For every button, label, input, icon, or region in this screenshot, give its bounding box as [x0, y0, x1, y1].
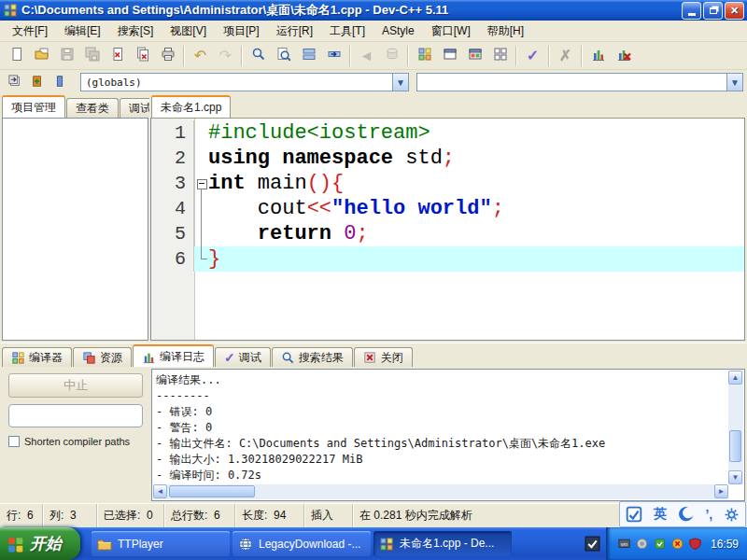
taskbar: 开始 TTPlayerLegacyDownload -...未命名1.cpp -… [0, 527, 747, 560]
print-button[interactable] [155, 44, 180, 68]
vm-icon[interactable]: vm [618, 538, 631, 551]
nav-forward-button [379, 44, 404, 68]
start-button[interactable]: 开始 [0, 527, 80, 560]
shield-icon[interactable] [689, 538, 702, 551]
devcpp-icon [379, 537, 394, 552]
vertical-scroll-thumb[interactable] [729, 430, 741, 462]
close-all-button[interactable] [130, 44, 155, 68]
bottom-panel-tabs: 编译器资源编译日志✓调试搜索结果关闭 [0, 343, 747, 367]
chevron-down-icon[interactable]: ▼ [726, 74, 742, 91]
green-tool-icon[interactable] [654, 538, 667, 551]
find-button[interactable] [246, 44, 271, 68]
editor-tab[interactable]: 未命名1.cpp [151, 95, 231, 118]
toolbar-separator [183, 46, 185, 66]
status-segment: 已选择: 0 [97, 504, 164, 527]
scroll-right-icon[interactable]: ► [714, 484, 728, 498]
shorten-paths-checkbox[interactable] [8, 436, 20, 447]
alert-icon[interactable] [671, 538, 684, 551]
menu-item[interactable]: 帮助[H] [479, 21, 532, 42]
log-horizontal-scrollbar[interactable]: ◄ ► [153, 484, 728, 499]
gear-icon[interactable] [724, 507, 740, 523]
moon-icon[interactable] [678, 506, 695, 523]
line-number: 5 [151, 221, 194, 246]
toggle-bookmark-button[interactable] [26, 72, 49, 92]
profile-button[interactable] [585, 44, 611, 68]
left-panel-tab[interactable]: 查看类 [66, 98, 119, 118]
menu-item[interactable]: 文件[F] [4, 21, 56, 42]
bottom-panel-tab[interactable]: 编译日志 [133, 344, 214, 367]
ime-taskbar-button[interactable] [579, 536, 606, 552]
title-bar[interactable]: C:\Documents and Settings\Administrator\… [0, 0, 747, 21]
code-line[interactable]: 5 return 0; [151, 221, 744, 246]
code-text: return 0; [208, 221, 744, 246]
menu-item[interactable]: 编辑[E] [56, 21, 109, 42]
members-combo[interactable]: ▼ [416, 73, 743, 91]
app-icon [3, 3, 18, 18]
undo-button[interactable]: ↶ [188, 44, 213, 68]
status-segment: 插入 [304, 504, 353, 527]
insert-button[interactable] [4, 72, 26, 92]
log-vertical-scrollbar[interactable]: ▲ ▼ [728, 371, 743, 484]
editor-tab-label: 未命名1.cpp [161, 100, 221, 116]
bottom-panel-tab[interactable]: 编译器 [2, 347, 72, 367]
scroll-up-icon[interactable]: ▲ [728, 371, 742, 385]
code-line[interactable]: 1#include<iostream> [151, 120, 744, 146]
new-file-button[interactable] [4, 44, 29, 68]
ime-check-icon[interactable] [585, 536, 600, 552]
menu-item[interactable]: 工具[T] [321, 21, 374, 42]
horizontal-scroll-thumb[interactable] [169, 485, 255, 497]
taskbar-task[interactable]: LegacyDownload -... [233, 531, 371, 556]
left-panel-tab[interactable]: 项目管理 [2, 95, 65, 118]
code-line[interactable]: 4 cout<<"hello world"; [151, 196, 744, 221]
bottom-panel-tab[interactable]: 资源 [73, 347, 132, 367]
minimize-button[interactable] [682, 2, 701, 20]
menu-item[interactable]: 视图[V] [162, 21, 215, 42]
menu-item[interactable]: AStyle [374, 21, 423, 40]
compile-run-button[interactable] [462, 44, 487, 68]
chevron-down-icon[interactable]: ▼ [392, 74, 408, 91]
code-editor[interactable]: 1#include<iostream>2using namespace std;… [150, 118, 745, 341]
lang-mode-indicator[interactable]: 英 [654, 506, 667, 523]
replace-button[interactable] [296, 44, 321, 68]
punct-icon[interactable]: ’, [705, 507, 712, 522]
code-line[interactable]: 3int main(){ [151, 171, 744, 196]
restore-button[interactable] [703, 2, 723, 20]
fold-marker-icon[interactable] [194, 171, 208, 196]
abort-button[interactable]: 中止 [8, 373, 143, 398]
print-icon [161, 47, 176, 64]
menu-item[interactable]: 项目[P] [215, 21, 268, 42]
menu-item[interactable]: 窗口[W] [423, 21, 479, 42]
delete-profile-button[interactable] [611, 44, 636, 68]
menu-item[interactable]: 搜索[S] [109, 21, 162, 42]
close-button[interactable]: ✕ [725, 2, 744, 20]
close-file-button[interactable] [105, 44, 130, 68]
log-line: - 输出大小: 1.30218029022217 MiB [156, 452, 726, 468]
run-button[interactable] [437, 44, 462, 68]
project-manager-panel[interactable] [2, 118, 148, 341]
ime-logo-icon[interactable] [626, 506, 642, 523]
compile-log-output[interactable]: 编译结果...--------- 错误: 0- 警告: 0- 输出文件名: C:… [151, 369, 745, 501]
bottom-panel-tab[interactable]: 关闭 [354, 347, 413, 367]
bottom-panel-tab[interactable]: 搜索结果 [272, 347, 353, 367]
rebuild-button[interactable] [487, 44, 513, 68]
scroll-left-icon[interactable]: ◄ [153, 484, 167, 498]
fold-column [194, 146, 208, 171]
taskbar-task[interactable]: TTPlayer [92, 531, 230, 556]
ime-toolbar[interactable]: 英’, [619, 501, 746, 527]
find-in-files-button[interactable] [271, 44, 296, 68]
code-line[interactable]: 2using namespace std; [151, 146, 744, 171]
player-icon[interactable] [636, 538, 649, 551]
shorten-paths-option[interactable]: Shorten compiler paths [8, 436, 143, 447]
scroll-down-icon[interactable]: ▼ [728, 470, 742, 484]
code-line[interactable]: 6} [151, 246, 744, 272]
menu-item[interactable]: 运行[R] [268, 21, 321, 42]
syntax-check-button[interactable]: ✓ [520, 44, 545, 68]
goto-line-button[interactable] [321, 44, 346, 68]
bottom-panel-tab[interactable]: ✓调试 [215, 347, 271, 367]
goto-bookmark-button[interactable] [49, 72, 71, 92]
taskbar-task[interactable]: 未命名1.cpp - De... [374, 531, 512, 556]
task-label: 未命名1.cpp - De... [400, 536, 494, 552]
compile-button[interactable] [412, 44, 437, 68]
class-browser-combo[interactable]: (globals) ▼ [80, 73, 409, 91]
open-file-button[interactable] [29, 44, 54, 68]
